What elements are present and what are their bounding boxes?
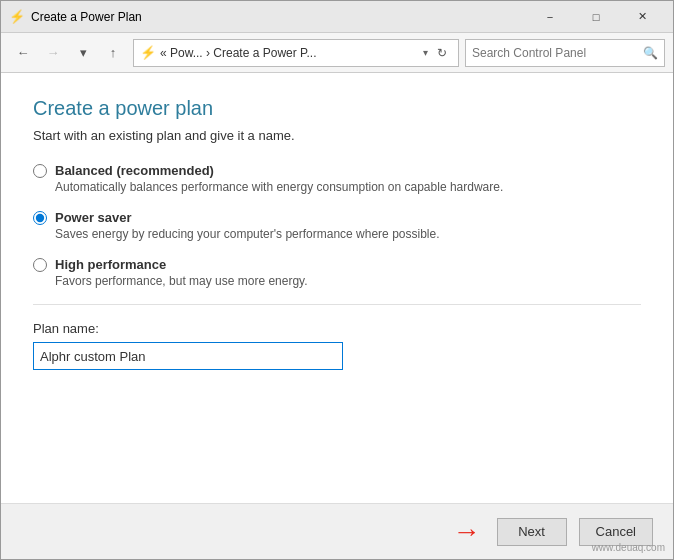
page-title: Create a power plan (33, 97, 641, 120)
radio-label-high-performance[interactable]: High performance (33, 257, 641, 272)
minimize-button[interactable]: − (527, 1, 573, 33)
radio-label-balanced[interactable]: Balanced (recommended) (33, 163, 641, 178)
page-subtitle: Start with an existing plan and give it … (33, 128, 641, 143)
window: ⚡ Create a Power Plan − □ ✕ ← → ▾ ↑ ⚡ « … (0, 0, 674, 560)
search-input[interactable] (472, 46, 643, 60)
radio-power-saver[interactable] (33, 211, 47, 225)
plan-name-section: Plan name: (33, 321, 641, 370)
next-button[interactable]: Next (497, 518, 567, 546)
dropdown-button[interactable]: ▾ (69, 39, 97, 67)
radio-title-power-saver: Power saver (55, 210, 132, 225)
address-text: « Pow... › Create a Power P... (160, 46, 419, 60)
address-bar[interactable]: ⚡ « Pow... › Create a Power P... ▾ ↻ (133, 39, 459, 67)
divider (33, 304, 641, 305)
window-title: Create a Power Plan (31, 10, 527, 24)
radio-desc-power-saver: Saves energy by reducing your computer's… (55, 227, 641, 241)
radio-option-power-saver: Power saver Saves energy by reducing you… (33, 210, 641, 241)
radio-balanced[interactable] (33, 164, 47, 178)
bottom-bar: → Next Cancel (1, 503, 673, 559)
plan-name-label: Plan name: (33, 321, 641, 336)
title-bar: ⚡ Create a Power Plan − □ ✕ (1, 1, 673, 33)
radio-title-balanced: Balanced (recommended) (55, 163, 214, 178)
address-icon: ⚡ (140, 45, 156, 61)
address-chevron[interactable]: ▾ (423, 47, 428, 58)
plan-name-input[interactable] (33, 342, 343, 370)
close-button[interactable]: ✕ (619, 1, 665, 33)
forward-button[interactable]: → (39, 39, 67, 67)
radio-desc-balanced: Automatically balances performance with … (55, 180, 641, 194)
search-bar[interactable]: 🔍 (465, 39, 665, 67)
search-icon[interactable]: 🔍 (643, 46, 658, 60)
radio-label-power-saver[interactable]: Power saver (33, 210, 641, 225)
refresh-button[interactable]: ↻ (432, 43, 452, 63)
radio-desc-high-performance: Favors performance, but may use more ene… (55, 274, 641, 288)
radio-title-high-performance: High performance (55, 257, 166, 272)
window-icon: ⚡ (9, 9, 25, 25)
radio-option-balanced: Balanced (recommended) Automatically bal… (33, 163, 641, 194)
window-controls: − □ ✕ (527, 1, 665, 33)
watermark: www.deuaq.com (592, 542, 665, 553)
maximize-button[interactable]: □ (573, 1, 619, 33)
back-button[interactable]: ← (9, 39, 37, 67)
up-button[interactable]: ↑ (99, 39, 127, 67)
radio-option-high-performance: High performance Favors performance, but… (33, 257, 641, 288)
radio-high-performance[interactable] (33, 258, 47, 272)
arrow-hint: → (453, 516, 481, 548)
nav-bar: ← → ▾ ↑ ⚡ « Pow... › Create a Power P...… (1, 33, 673, 73)
content-area: Create a power plan Start with an existi… (1, 73, 673, 503)
